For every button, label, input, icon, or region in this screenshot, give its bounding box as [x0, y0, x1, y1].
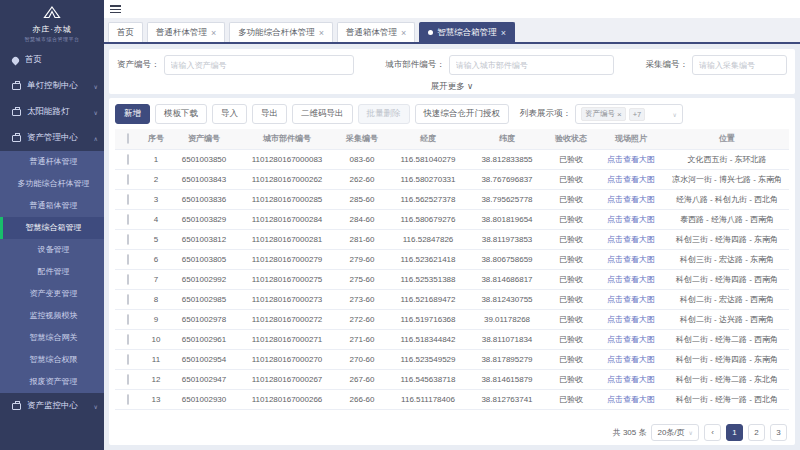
导出-button[interactable]: 导出	[252, 104, 287, 124]
row-checkbox[interactable]	[127, 194, 129, 205]
row-checkbox[interactable]	[127, 174, 129, 185]
submenu-item-多功能综合杆体管理[interactable]: 多功能综合杆体管理	[0, 173, 104, 195]
view-photo-link[interactable]: 点击查看大图	[607, 335, 655, 344]
tab-close-icon[interactable]: ×	[211, 28, 216, 38]
submenu-item-配件管理[interactable]: 配件管理	[0, 261, 104, 283]
row-checkbox[interactable]	[127, 254, 129, 265]
view-photo-link[interactable]: 点击查看大图	[607, 255, 655, 264]
sidebar-item-资产监控中心[interactable]: 资产监控中心∨	[0, 393, 104, 419]
tab-普通箱体管理[interactable]: 普通箱体管理×	[337, 22, 415, 42]
sidebar-item-资产管理中心[interactable]: 资产管理中心∧	[0, 125, 104, 151]
collect-number-input[interactable]	[692, 55, 787, 75]
city-part-number-input[interactable]	[449, 55, 614, 75]
logo-title: 亦庄·亦城	[4, 24, 100, 35]
cell-seq: 2	[141, 169, 171, 189]
page-button-2[interactable]: 2	[748, 424, 765, 441]
prev-page-button[interactable]: ‹	[704, 424, 721, 441]
sidebar-item-单灯控制中心[interactable]: 单灯控制中心∨	[0, 73, 104, 99]
cell-seq: 7	[141, 269, 171, 289]
view-photo-link[interactable]: 点击查看大图	[607, 295, 655, 304]
submenu-item-智慧综合权限[interactable]: 智慧综合权限	[0, 349, 104, 371]
chevron-down-icon: ∨	[94, 83, 98, 90]
row-checkbox[interactable]	[127, 334, 129, 345]
row-checkbox[interactable]	[127, 294, 129, 305]
cell-seq: 3	[141, 189, 171, 209]
view-photo-link[interactable]: 点击查看大图	[607, 275, 655, 284]
tab-close-icon[interactable]: ×	[501, 28, 506, 38]
cell-status: 已验收	[545, 229, 597, 249]
二维码导出-button[interactable]: 二维码导出	[292, 104, 353, 124]
filter-asset-number: 资产编号：	[117, 55, 354, 75]
location-pin-icon	[11, 55, 21, 65]
sidebar-nav: 首页单灯控制中心∨太阳能路灯∨资产管理中心∧普通杆体管理多功能综合杆体管理普通箱…	[0, 47, 104, 450]
sidebar-collapse-icon[interactable]	[110, 5, 121, 14]
row-checkbox[interactable]	[127, 234, 129, 245]
view-photo-link[interactable]: 点击查看大图	[607, 175, 655, 184]
cell-city: 1101280167000279	[237, 249, 337, 269]
page-button-3[interactable]: 3	[770, 424, 787, 441]
导入-button[interactable]: 导入	[212, 104, 247, 124]
快速综合仓开门授权-button[interactable]: 快速综合仓开门授权	[415, 104, 510, 124]
submenu-item-设备管理[interactable]: 设备管理	[0, 239, 104, 261]
cell-loc: 科创一街 - 经海二路 - 东北角	[665, 369, 789, 389]
page-size-select[interactable]: 20条/页 ∨	[651, 424, 699, 441]
sidebar-item-太阳能路灯[interactable]: 太阳能路灯∨	[0, 99, 104, 125]
submenu-item-智慧综合箱管理[interactable]: 智慧综合箱管理	[0, 217, 104, 239]
asset-number-input[interactable]	[164, 55, 354, 75]
main-area: 首页普通杆体管理×多功能综合杆体管理×普通箱体管理×智慧综合箱管理× 资产编号：…	[104, 0, 800, 450]
submenu-item-报废资产管理[interactable]: 报废资产管理	[0, 371, 104, 393]
column-header-asset: 资产编号	[171, 129, 237, 149]
tab-label: 普通箱体管理	[346, 27, 397, 39]
新增-button[interactable]: 新增	[115, 104, 150, 124]
cell-collect: 266-60	[337, 389, 387, 409]
view-photo-link[interactable]: 点击查看大图	[607, 375, 655, 384]
submenu-item-资产变更管理[interactable]: 资产变更管理	[0, 283, 104, 305]
collect-number-label: 采集编号：	[646, 59, 689, 71]
view-photo-link[interactable]: 点击查看大图	[607, 195, 655, 204]
submenu-item-普通箱体管理[interactable]: 普通箱体管理	[0, 195, 104, 217]
sidebar-item-首页[interactable]: 首页	[0, 47, 104, 73]
page-button-1[interactable]: 1	[726, 424, 743, 441]
cell-loc: 科创一街 - 经海四路 - 东南角	[665, 349, 789, 369]
tab-label: 普通杆体管理	[156, 27, 207, 39]
view-photo-link[interactable]: 点击查看大图	[607, 395, 655, 404]
tab-close-icon[interactable]: ×	[401, 28, 406, 38]
cell-collect: 273-60	[337, 289, 387, 309]
view-photo-link[interactable]: 点击查看大图	[607, 355, 655, 364]
row-checkbox[interactable]	[127, 354, 129, 365]
chip-close-icon[interactable]: ×	[617, 110, 622, 119]
view-photo-link[interactable]: 点击查看大图	[607, 315, 655, 324]
tab-close-icon[interactable]: ×	[319, 28, 324, 38]
cell-loc: 科创三街 - 经海四路 - 东南角	[665, 229, 789, 249]
expand-more-link[interactable]: 展开更多 ∨	[431, 81, 474, 91]
tab-智慧综合箱管理[interactable]: 智慧综合箱管理×	[419, 22, 515, 42]
row-checkbox[interactable]	[127, 214, 129, 225]
column-display-select[interactable]: 资产编号 × +7 ∨	[575, 104, 683, 124]
submenu-item-普通杆体管理[interactable]: 普通杆体管理	[0, 151, 104, 173]
view-photo-link[interactable]: 点击查看大图	[607, 155, 655, 164]
table-row: 265010038431101280167000262262-60116.580…	[115, 169, 789, 189]
row-select-cell	[115, 209, 141, 229]
select-all-checkbox[interactable]	[127, 133, 129, 144]
chevron-down-icon: ∧	[94, 135, 98, 142]
submenu-item-智慧综合网关[interactable]: 智慧综合网关	[0, 327, 104, 349]
row-checkbox[interactable]	[127, 154, 129, 165]
row-checkbox[interactable]	[127, 314, 129, 325]
tab-普通杆体管理[interactable]: 普通杆体管理×	[147, 22, 225, 42]
cell-loc: 文化西五街 - 东环北路	[665, 149, 789, 169]
批量删除-button: 批量删除	[358, 104, 410, 124]
row-select-cell	[115, 309, 141, 329]
模板下载-button[interactable]: 模板下载	[155, 104, 207, 124]
row-checkbox[interactable]	[127, 274, 129, 285]
submenu-item-监控视频模块[interactable]: 监控视频模块	[0, 305, 104, 327]
row-checkbox[interactable]	[127, 394, 129, 405]
row-checkbox[interactable]	[127, 374, 129, 385]
view-photo-link[interactable]: 点击查看大图	[607, 235, 655, 244]
cell-collect: 279-60	[337, 249, 387, 269]
column-header-city: 城市部件编号	[237, 129, 337, 149]
tab-多功能综合杆体管理[interactable]: 多功能综合杆体管理×	[229, 22, 333, 42]
tab-首页[interactable]: 首页	[108, 22, 143, 42]
cell-lat: 38.814615879	[469, 369, 545, 389]
view-photo-link[interactable]: 点击查看大图	[607, 215, 655, 224]
cell-photo: 点击查看大图	[597, 369, 665, 389]
